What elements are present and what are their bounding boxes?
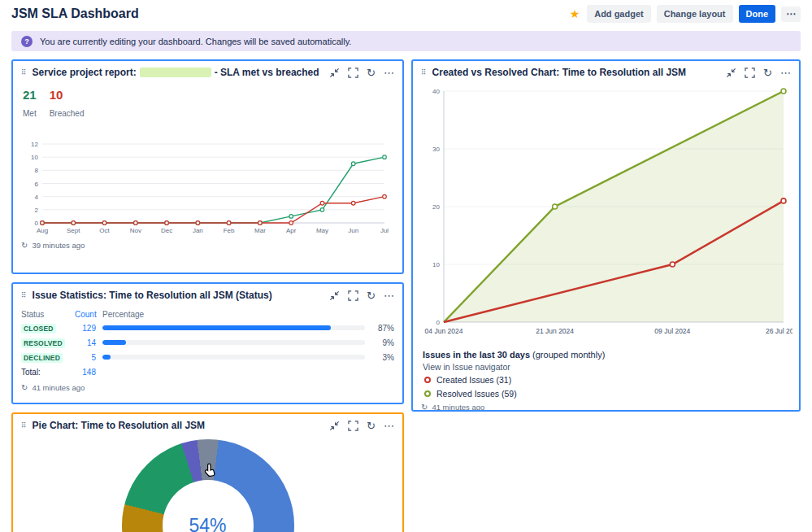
left-column: ⠿ Service project report:- SLA met vs br… (11, 59, 404, 532)
last-updated-text: 41 minutes ago (432, 403, 484, 412)
total-count: 148 (75, 368, 96, 377)
column-header-percentage: Percentage (102, 310, 365, 319)
legend-item-resolved[interactable]: Resolved Issues (59) (424, 389, 788, 399)
page-header: JSM SLA Dashboard ★ Add gadget Change la… (0, 0, 812, 28)
more-menu-button[interactable]: ⋯ (781, 7, 801, 22)
sync-icon[interactable]: ↻ (21, 241, 28, 250)
svg-text:40: 40 (432, 88, 440, 95)
percentage-value: 3% (371, 353, 394, 362)
legend-item-created[interactable]: Created Issues (31) (424, 375, 788, 385)
refresh-icon[interactable]: ↻ (367, 68, 376, 78)
table-row: CLOSED 129 87% (21, 321, 394, 335)
change-layout-button[interactable]: Change layout (657, 5, 733, 23)
gadget-more-icon[interactable]: ⋯ (384, 290, 394, 301)
percentage-bar-fill (102, 325, 331, 330)
collapse-icon[interactable] (329, 290, 340, 301)
svg-text:Sept: Sept (67, 227, 80, 234)
right-column: ⠿ Created vs Resolved Chart: Time to Res… (411, 59, 801, 420)
percentage-bar (102, 355, 365, 360)
issue-stats-table: Status Count Percentage CLOSED 129 87% R… (13, 304, 402, 379)
status-lozenge[interactable]: RESOLVED (21, 338, 65, 348)
redacted-project-name (140, 68, 211, 77)
svg-text:09 Jul 2024: 09 Jul 2024 (654, 327, 690, 335)
banner-text: You are currently editing your dashboard… (40, 37, 351, 46)
collapse-icon[interactable] (329, 68, 340, 78)
gadget-title: Pie Chart: Time to Resolution all JSM (33, 420, 205, 431)
svg-text:0: 0 (436, 319, 441, 326)
sync-icon[interactable]: ↻ (21, 383, 28, 392)
refresh-icon[interactable]: ↻ (367, 421, 376, 431)
collapse-icon[interactable] (726, 68, 736, 78)
favorite-star-icon[interactable]: ★ (570, 7, 580, 20)
svg-text:4: 4 (35, 194, 39, 201)
svg-text:Feb: Feb (224, 227, 235, 234)
gadget-header: ⠿ Issue Statistics: Time to Resolution a… (13, 284, 402, 304)
percentage-bar (102, 340, 365, 345)
add-gadget-button[interactable]: Add gadget (587, 5, 651, 23)
pie-donut-hole: 54% (163, 480, 254, 532)
fullscreen-icon[interactable] (348, 68, 358, 78)
gadget-title-prefix: Service project report: (33, 67, 137, 78)
svg-text:20: 20 (432, 203, 440, 211)
chart-subtitle: Issues in the last 30 days(grouped month… (413, 345, 799, 360)
svg-text:12: 12 (31, 141, 38, 148)
percentage-value: 87% (371, 324, 394, 333)
drag-handle-icon[interactable]: ⠿ (21, 421, 27, 430)
sla-line-chart: 024681012AugSeptOctNovDecJanFebMarAprMay… (21, 139, 394, 237)
fullscreen-icon[interactable] (348, 421, 358, 431)
drag-handle-icon[interactable]: ⠿ (21, 68, 27, 76)
gadget-title: Service project report:- SLA met vs brea… (33, 67, 319, 78)
edit-mode-banner: ? You are currently editing your dashboa… (11, 31, 801, 51)
status-lozenge[interactable]: DECLINED (21, 353, 63, 363)
svg-text:10: 10 (31, 154, 38, 161)
refresh-icon[interactable]: ↻ (367, 290, 376, 301)
status-count[interactable]: 5 (75, 353, 96, 362)
gadget-header: ⠿ Pie Chart: Time to Resolution all JSM … (13, 414, 402, 434)
sync-icon[interactable]: ↻ (421, 403, 428, 412)
gadget-actions: ↻ ⋯ (329, 290, 394, 301)
gadget-actions: ↻ ⋯ (329, 421, 394, 431)
gadget-issue-statistics: ⠿ Issue Statistics: Time to Resolution a… (11, 282, 404, 404)
svg-text:2: 2 (35, 207, 39, 214)
svg-text:26 Jul 2024: 26 Jul 2024 (766, 327, 792, 335)
gadget-more-icon[interactable]: ⋯ (384, 68, 394, 78)
pie-chart[interactable]: 54% (122, 439, 294, 532)
gadget-actions: ↻ ⋯ (329, 68, 394, 78)
legend-label: Created Issues (31) (436, 375, 511, 385)
collapse-icon[interactable] (329, 421, 340, 431)
svg-text:30: 30 (432, 146, 440, 153)
gadget-title: Issue Statistics: Time to Resolution all… (33, 290, 272, 301)
svg-text:8: 8 (35, 167, 39, 174)
last-updated-text: 41 minutes ago (32, 383, 85, 392)
help-icon: ? (21, 36, 33, 47)
fullscreen-icon[interactable] (745, 68, 755, 78)
drag-handle-icon[interactable]: ⠿ (421, 68, 427, 76)
created-resolved-line-chart: 01020304004 Jun 202421 Jun 202409 Jul 20… (419, 83, 792, 345)
gadget-footer: ↻ 39 minutes ago (13, 237, 402, 255)
status-count[interactable]: 14 (75, 338, 96, 347)
svg-text:May: May (316, 227, 328, 234)
gadget-footer: ↻ 41 minutes ago (413, 399, 799, 412)
view-in-issue-navigator-link[interactable]: View in Issue navigator (413, 360, 799, 373)
svg-text:10: 10 (432, 261, 440, 268)
percentage-bar-fill (102, 355, 111, 360)
gadget-more-icon[interactable]: ⋯ (384, 421, 394, 431)
status-lozenge[interactable]: CLOSED (21, 324, 56, 334)
done-button[interactable]: Done (739, 5, 776, 23)
sla-met-label: Met (23, 109, 37, 118)
gadget-title-suffix: - SLA met vs breached (215, 67, 319, 78)
fullscreen-icon[interactable] (348, 290, 358, 301)
svg-text:Nov: Nov (130, 227, 141, 234)
svg-text:Oct: Oct (99, 227, 110, 234)
gadget-more-icon[interactable]: ⋯ (780, 68, 791, 78)
drag-handle-icon[interactable]: ⠿ (21, 291, 27, 299)
page-title: JSM SLA Dashboard (11, 7, 139, 21)
svg-text:0: 0 (35, 220, 39, 227)
pie-center-label: 54% (189, 515, 226, 532)
svg-text:21 Jun 2024: 21 Jun 2024 (536, 327, 574, 335)
refresh-icon[interactable]: ↻ (763, 68, 772, 78)
status-count[interactable]: 129 (75, 324, 96, 333)
table-row: DECLINED 5 3% (21, 350, 394, 364)
pie-chart-area: 54% (13, 439, 402, 532)
sla-met-count: 21 (23, 88, 37, 102)
